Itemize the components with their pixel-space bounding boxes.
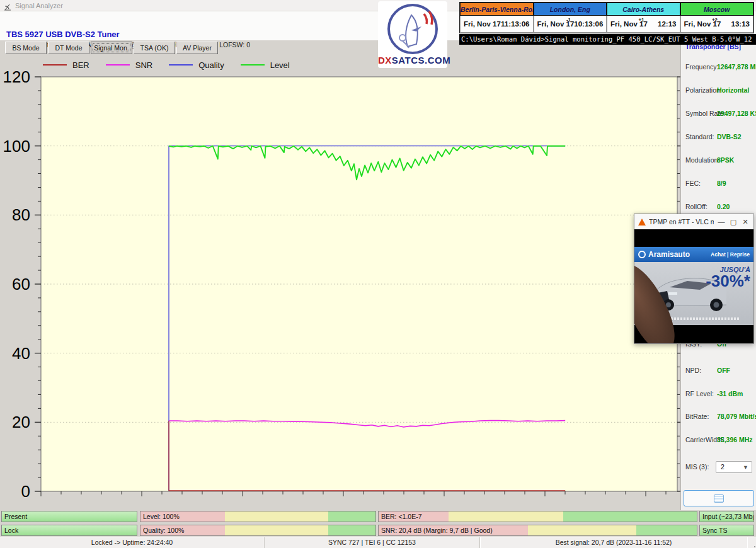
clock-time-value: 13:13 <box>731 20 750 28</box>
meter-segment <box>563 511 697 522</box>
meter-level: Level: 100% <box>140 511 376 522</box>
field-value: 8PSK <box>717 156 734 164</box>
clock-time-value: 11:13:06 <box>501 20 529 28</box>
resize-grip[interactable] <box>748 540 755 547</box>
legend-line-quality <box>169 64 193 66</box>
vlc-titlebar[interactable]: TPMP en #TT - VLC med... — ▢ ✕ <box>634 214 753 229</box>
field-label: Modulation: <box>685 156 719 164</box>
minimize-icon[interactable]: — <box>717 218 726 225</box>
mis-value: 2 <box>721 463 724 471</box>
chevron-down-icon: ▼ <box>743 462 748 473</box>
y-tick-label-60: 60 <box>1 275 30 293</box>
clock-time-london-eng: Fri, Nov 17-110:13:06 <box>534 16 607 33</box>
tab-tsa-ok[interactable]: TSA (OK) <box>134 42 175 54</box>
meter-label: Sync TS <box>702 525 728 536</box>
meter-segment <box>225 511 328 522</box>
close-icon[interactable]: ✕ <box>741 218 750 226</box>
tab-av-player[interactable]: AV Player <box>176 42 218 54</box>
field-value: OFF <box>717 367 730 374</box>
field-label: Frequency: <box>685 63 719 71</box>
field-label: NPD: <box>685 367 701 374</box>
y-tick-label-100: 100 <box>1 137 30 155</box>
legend-item-ber: BER <box>43 60 89 70</box>
transponder-row-fec: FEC:8/9 <box>681 180 756 190</box>
promo-text: JUSQU'À -30%* <box>706 266 750 288</box>
statusbar-best-signal: Best signal: 20,7 dB (2023-11-16 11:52) <box>480 537 747 548</box>
legend-label: Quality <box>198 60 224 70</box>
transponder-row-frequency: Frequency:12647,878 MHz <box>681 63 756 73</box>
field-value: 29497,128 KS/s <box>717 110 756 117</box>
y-tick-label-120: 120 <box>1 68 30 86</box>
meter-label: BER: <1.0E-7 <box>381 511 422 522</box>
y-tick-label-40: 40 <box>1 345 30 362</box>
meter-label: Quality: 100% <box>143 525 184 536</box>
transponder-row-polarization: Polarization:Horizontal <box>681 86 756 96</box>
vlc-video-area[interactable]: Aramisauto Achat | Reprise JUSQU'À <box>634 229 753 343</box>
transponder-row-modulation: Modulation:8PSK <box>681 156 756 166</box>
tab-bar: BS ModeDT ModeSignal Mon.TSA (OK)AV Play… <box>5 42 218 54</box>
logo-text: DXSATCS.COM <box>378 55 447 66</box>
ad-nav-links: Achat | Reprise <box>711 251 750 258</box>
ad-header: Aramisauto Achat | Reprise <box>634 247 753 262</box>
meter-label: Input (~23,73 Mbps) <box>702 511 754 522</box>
legend-line-ber <box>43 64 67 66</box>
tab-dt-mode[interactable]: DT Mode <box>48 42 89 54</box>
transponder-row-symbol-rate: Symbol Rate:29497,128 KS/s <box>681 110 756 120</box>
meter-label: Level: 100% <box>143 511 180 522</box>
transponder-row-standard: Standard:DVB-S2 <box>681 133 756 143</box>
console-line: C:\Users\Roman Dávid>Signal monitoring_P… <box>459 34 756 45</box>
field-value: DVB-S2 <box>717 133 742 140</box>
app-dish-icon <box>4 2 11 9</box>
meter-segment <box>328 511 375 522</box>
y-tick-label-20: 20 <box>1 413 30 431</box>
world-clock-panel: Berlin-Paris-Vienna-RomaLondon, EngCairo… <box>459 2 754 33</box>
transponder-row-bitrate: BitRate:78,079 Mbit/s <box>681 413 756 423</box>
maximize-icon[interactable]: ▢ <box>729 218 738 226</box>
panel-action-button[interactable] <box>684 490 754 506</box>
meter-lock: Lock <box>1 525 137 536</box>
transponder-row-rolloff: RollOff:0.20 <box>681 203 756 213</box>
statusbar: Locked -> Uptime: 24:24:40 SYNC 727 | TE… <box>0 537 756 548</box>
meter-quality: Quality: 100% <box>140 525 376 536</box>
legend-line-level <box>241 64 265 66</box>
transponder-row-rf-level: RF Level:-31 dBm <box>681 390 756 400</box>
field-label: RollOff: <box>685 203 707 210</box>
clock-time-value: 12:13 <box>658 20 676 28</box>
field-label: FEC: <box>685 180 701 187</box>
meter-label: Lock <box>4 525 18 536</box>
utc-offset: +2 <box>712 17 718 23</box>
utc-offset: +1 <box>638 17 644 23</box>
field-label: RF Level: <box>685 390 714 397</box>
field-value: Horizontal <box>717 86 749 94</box>
meter-label: SNR: 20,4 dB (Margin: 9,7 dB | Good) <box>381 525 493 536</box>
field-value: 78,079 Mbit/s <box>717 413 756 420</box>
signal-chart <box>32 72 687 501</box>
field-label: BitRate: <box>685 413 709 420</box>
meter-segment <box>225 525 328 535</box>
clock-time-cairo-athens: Fri, Nov 17+112:13 <box>607 16 680 33</box>
tab-bs-mode[interactable]: BS Mode <box>5 42 47 54</box>
meter-input-23-73-mbps: Input (~23,73 Mbps) <box>699 511 754 522</box>
mis-select[interactable]: 2 ▼ <box>716 461 752 473</box>
tab-signal-mon[interactable]: Signal Mon. <box>91 42 132 54</box>
legend-item-quality: Quality <box>169 60 224 70</box>
field-label: Standard: <box>685 133 714 140</box>
meter-label: Present <box>4 511 27 522</box>
clock-time-berlin-paris-vienna-roma: Fri, Nov 1711:13:06 <box>460 16 534 33</box>
vlc-title: TPMP en #TT - VLC med... <box>649 218 714 225</box>
meter-sync-ts: Sync TS <box>699 525 754 536</box>
tuner-name: TBS 5927 USB DVB-S2 Tuner <box>6 30 120 39</box>
brand-name: Aramisauto <box>648 250 690 259</box>
mis-row: MIS (3): 2 ▼ <box>681 461 756 474</box>
satellite-dish-icon <box>384 3 442 55</box>
field-value: 35,396 MHz <box>717 436 753 443</box>
clock-city-moscow: Moscow <box>680 3 754 16</box>
clock-time-value: 10:13:06 <box>574 20 603 28</box>
meter-segment <box>328 525 375 535</box>
field-value: 8/9 <box>717 180 726 187</box>
device-icon <box>714 494 724 503</box>
chart-legend: BERSNRQualityLevel <box>43 58 290 72</box>
clock-date: Fri, Nov 17 <box>464 20 501 28</box>
legend-label: BER <box>72 60 89 70</box>
field-value: 12647,878 MHz <box>717 63 756 71</box>
